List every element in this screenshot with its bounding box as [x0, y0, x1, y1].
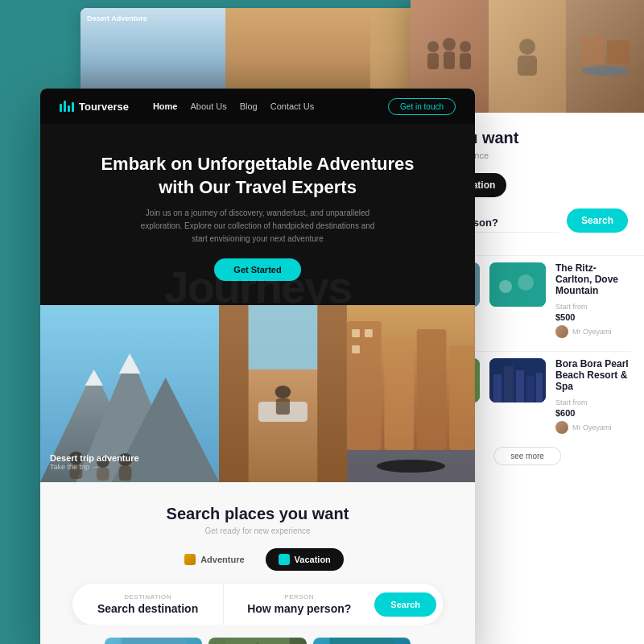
tab-adventure-label: Adventure	[200, 555, 244, 564]
svg-rect-48	[449, 345, 475, 450]
card1-guide-name: Mr Oyeyami	[572, 328, 612, 336]
card1-price: $500	[555, 312, 631, 322]
svg-point-4	[460, 41, 471, 52]
desert-label: Desert trip adventure Take the trip →	[50, 453, 139, 471]
nav-links: Home About Us Blog Contact Us	[153, 101, 372, 111]
tab-vacation-label: Vacation	[295, 555, 331, 564]
hero-title: Embark on Unforgettable Adventureswith O…	[72, 153, 443, 199]
hero-section: Embark on Unforgettable Adventureswith O…	[40, 124, 475, 305]
search-bar: Destination Search destination Person Ho…	[72, 584, 443, 625]
svg-point-42	[275, 386, 291, 398]
see-more-button[interactable]: see more	[493, 447, 561, 465]
card2-img2	[489, 358, 546, 402]
nav-link-blog[interactable]: Blog	[240, 101, 258, 111]
nav-logo: Tourverse	[60, 101, 129, 113]
nav-logo-text: Tourverse	[79, 101, 129, 113]
card1-img2	[489, 262, 546, 307]
hero-cta-button[interactable]: Get Started	[214, 258, 300, 281]
search-section-title: Search places you want	[72, 505, 443, 523]
svg-rect-45	[347, 321, 382, 450]
svg-rect-20	[504, 366, 514, 402]
svg-point-10	[581, 66, 630, 76]
svg-point-0	[427, 41, 439, 52]
img-col-canyon	[219, 305, 347, 482]
destination-value: Search destination	[85, 602, 210, 615]
svg-rect-54	[122, 638, 186, 644]
canyon-img	[219, 305, 347, 482]
search-tabs: Adventure Vacation	[72, 548, 443, 571]
nav-cta-button[interactable]: Get in touch	[388, 98, 456, 115]
svg-rect-1	[427, 53, 439, 69]
preview-img-forest	[208, 638, 306, 644]
logo-icon	[60, 101, 74, 112]
nav-link-home[interactable]: Home	[153, 101, 178, 111]
preview-img-ocean	[313, 638, 411, 644]
card2-guide: Mr Oyeyami	[555, 421, 631, 434]
right-search-button[interactable]: Search	[567, 208, 628, 233]
logo-bar-4	[72, 102, 74, 112]
search-section: Search places you want Get ready for new…	[40, 482, 475, 644]
card1-name: The Ritz-Carlton, Dove Mountain	[555, 262, 631, 296]
svg-point-53	[377, 460, 446, 473]
card2-price-label: Start from	[555, 398, 588, 407]
svg-point-6	[519, 39, 535, 55]
vacation-tab-icon	[279, 554, 290, 565]
card2-info: Bora Bora Pearl Beach Resort & Spa Start…	[555, 358, 631, 434]
svg-rect-5	[460, 53, 471, 69]
svg-point-15	[518, 275, 534, 291]
svg-point-2	[443, 38, 456, 51]
card1-guide-avatar	[555, 325, 568, 338]
person-value: How many person?	[237, 602, 361, 615]
svg-rect-51	[352, 345, 360, 353]
desert-label-title: Desert trip adventure	[50, 453, 139, 463]
nav-link-contact[interactable]: Contact Us	[270, 101, 314, 111]
desert-img: Desert trip adventure Take the trip →	[40, 305, 219, 482]
logo-bar-1	[60, 104, 62, 112]
card1-info: The Ritz-Carlton, Dove Mountain Start fr…	[555, 262, 631, 338]
image-grid: Desert trip adventure Take the trip →	[40, 305, 475, 482]
main-browser-window: Tourverse Home About Us Blog Contact Us …	[40, 89, 475, 644]
svg-rect-22	[526, 376, 534, 402]
img-col-desert: Desert trip adventure Take the trip →	[40, 305, 219, 482]
adventure-icon	[184, 554, 196, 565]
tab-adventure[interactable]: Adventure	[171, 548, 257, 571]
svg-rect-21	[516, 370, 524, 402]
svg-rect-40	[249, 305, 318, 369]
card1-guide: Mr Oyeyami	[555, 325, 631, 338]
main-nav: Tourverse Home About Us Blog Contact Us …	[40, 89, 475, 124]
preview-img-beach	[105, 638, 202, 644]
svg-rect-19	[493, 374, 502, 402]
svg-rect-43	[276, 398, 290, 415]
nav-link-about[interactable]: About Us	[190, 101, 226, 111]
svg-rect-7	[518, 56, 537, 76]
search-section-sub: Get ready for new experience	[72, 526, 443, 535]
card1-price-label: Start from	[555, 303, 588, 311]
svg-rect-58	[329, 638, 394, 644]
svg-rect-3	[444, 52, 455, 69]
card2-guide-avatar	[555, 421, 568, 434]
right-img-3	[566, 0, 644, 113]
destination-label: Destination	[85, 593, 210, 601]
svg-rect-47	[417, 329, 447, 450]
img-col-gondola	[347, 305, 475, 482]
bg-img-title: Desert Adventure	[80, 8, 225, 29]
svg-rect-49	[352, 329, 360, 337]
card2-name: Bora Bora Pearl Beach Resort & Spa	[555, 358, 631, 392]
right-img-2	[489, 0, 567, 113]
svg-rect-23	[536, 373, 543, 402]
svg-rect-46	[385, 337, 415, 450]
svg-rect-8	[581, 36, 604, 64]
tab-vacation[interactable]: Vacation	[266, 548, 344, 571]
svg-rect-9	[607, 40, 630, 64]
destination-field[interactable]: Destination Search destination	[72, 584, 224, 625]
hero-subtitle: Join us on a journey of discovery, wande…	[137, 207, 378, 246]
person-field[interactable]: Person How many person?	[224, 584, 374, 625]
svg-rect-50	[365, 329, 373, 337]
svg-rect-39	[318, 305, 348, 482]
preview-images	[72, 625, 443, 644]
search-bar-button[interactable]: Search	[374, 592, 436, 617]
person-label: Person	[237, 593, 361, 601]
desert-label-link[interactable]: Take the trip →	[50, 463, 139, 471]
svg-point-14	[499, 280, 512, 293]
gondola-img	[347, 305, 475, 482]
